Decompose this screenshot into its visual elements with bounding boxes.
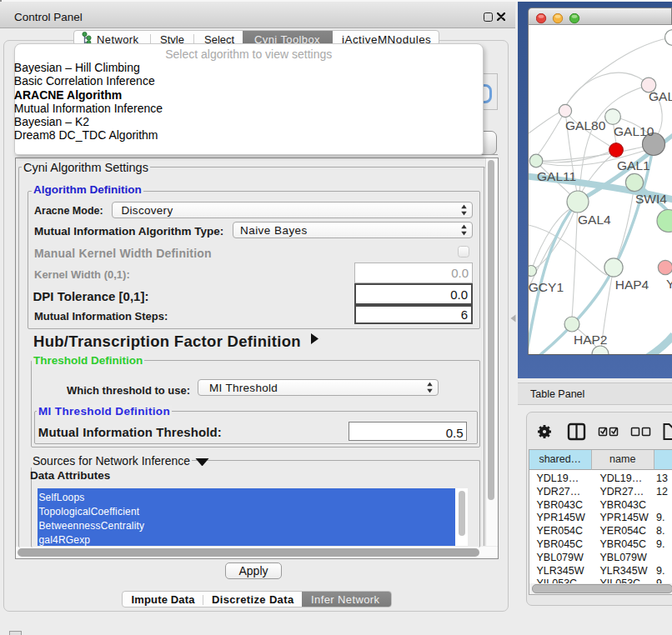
svg-text:GAL1: GAL1 — [617, 158, 650, 172]
svg-text:GAL10: GAL10 — [614, 124, 654, 138]
svg-text:Y: Y — [666, 277, 672, 291]
svg-text:HAP4: HAP4 — [615, 278, 649, 292]
svg-text:GAL80: GAL80 — [565, 118, 606, 132]
svg-text:HAP2: HAP2 — [574, 332, 608, 347]
svg-text:GAL11: GAL11 — [537, 169, 576, 183]
svg-text:GAL4: GAL4 — [578, 212, 611, 227]
svg-text:GAL: GAL — [649, 89, 672, 103]
svg-text:GCY1: GCY1 — [529, 280, 564, 294]
svg-text:SWI4: SWI4 — [635, 192, 667, 206]
